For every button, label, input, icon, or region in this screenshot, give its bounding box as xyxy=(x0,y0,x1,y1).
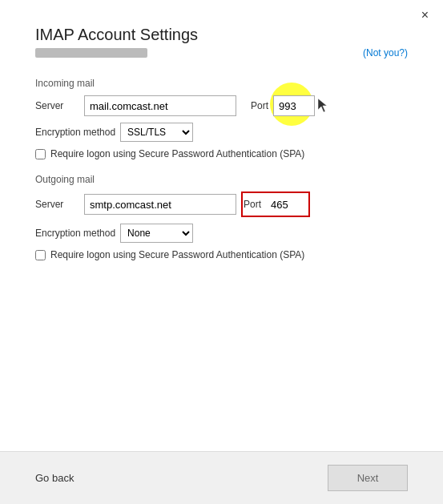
incoming-spa-checkbox[interactable] xyxy=(35,149,46,159)
outgoing-encryption-row: Encryption method None SSL/TLS STARTTLS xyxy=(35,224,408,243)
outgoing-section-label: Outgoing mail xyxy=(35,174,408,185)
outgoing-spa-row: Require logon using Secure Password Auth… xyxy=(35,249,408,260)
outgoing-encryption-label: Encryption method xyxy=(35,228,115,239)
incoming-spa-row: Require logon using Secure Password Auth… xyxy=(35,148,408,159)
incoming-encryption-label: Encryption method xyxy=(35,127,115,138)
outgoing-spa-label: Require logon using Secure Password Auth… xyxy=(50,249,304,260)
close-button[interactable]: × xyxy=(417,6,433,24)
outgoing-spa-checkbox[interactable] xyxy=(35,250,46,260)
outgoing-server-row: Server Port xyxy=(35,192,408,217)
outgoing-port-input[interactable] xyxy=(266,194,308,215)
incoming-server-row: Server Port xyxy=(35,95,408,116)
outgoing-encryption-select[interactable]: None SSL/TLS STARTTLS xyxy=(120,224,193,243)
incoming-section-label: Incoming mail xyxy=(35,78,408,89)
outgoing-port-label: Port xyxy=(244,199,261,210)
dialog-footer: Go back Next xyxy=(0,451,443,504)
imap-account-dialog: × IMAP Account Settings (Not you?) Incom… xyxy=(0,0,443,504)
incoming-port-area xyxy=(273,95,315,116)
incoming-server-input[interactable] xyxy=(84,95,236,116)
incoming-server-label: Server xyxy=(35,100,79,111)
email-blur xyxy=(35,48,147,58)
incoming-encryption-row: Encryption method SSL/TLS None STARTTLS xyxy=(35,123,408,142)
incoming-spa-label: Require logon using Secure Password Auth… xyxy=(50,148,304,159)
incoming-port-input[interactable] xyxy=(273,95,315,116)
outgoing-server-label: Server xyxy=(35,199,79,210)
dialog-title: IMAP Account Settings xyxy=(35,26,408,44)
go-back-button[interactable]: Go back xyxy=(35,472,74,484)
subtitle-row: (Not you?) xyxy=(35,47,408,58)
not-you-link[interactable]: (Not you?) xyxy=(363,47,408,58)
cursor-icon xyxy=(318,99,329,113)
next-button[interactable]: Next xyxy=(328,465,408,491)
outgoing-server-input[interactable] xyxy=(84,194,236,215)
dialog-content: IMAP Account Settings (Not you?) Incomin… xyxy=(0,0,443,451)
incoming-port-label: Port xyxy=(251,100,268,111)
incoming-encryption-select[interactable]: SSL/TLS None STARTTLS xyxy=(120,123,193,142)
outgoing-port-red-box: Port xyxy=(241,192,310,217)
svg-marker-0 xyxy=(318,99,327,112)
